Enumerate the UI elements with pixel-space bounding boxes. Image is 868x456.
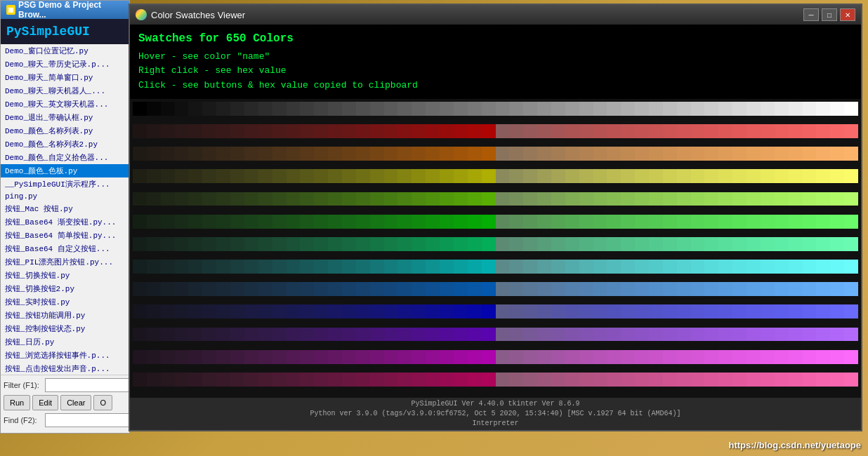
color-cell[interactable] [704,169,718,183]
color-cell[interactable] [565,350,579,364]
list-item[interactable]: __PySimpleGUI演示程序... [1,177,129,191]
color-cell[interactable] [732,260,747,274]
color-cell[interactable] [509,328,523,342]
color-cell[interactable] [468,169,482,183]
color-cell[interactable] [523,147,537,161]
color-cell[interactable] [258,282,272,296]
color-cell[interactable] [384,373,398,387]
color-cell[interactable] [161,102,175,116]
color-cell[interactable] [732,102,747,116]
color-cell[interactable] [691,373,705,387]
color-cell[interactable] [272,169,287,183]
color-cell[interactable] [789,328,803,342]
color-cell[interactable] [761,147,775,161]
color-cell[interactable] [412,260,426,274]
color-cell[interactable] [482,282,496,296]
color-cell[interactable] [732,237,747,251]
color-cell[interactable] [188,373,202,387]
color-cell[interactable] [384,124,398,138]
color-cell[interactable] [426,237,440,251]
color-cell[interactable] [844,328,858,342]
list-item[interactable]: 按钮_Base64 渐变按钮.py... [1,215,129,229]
color-cell[interactable] [551,282,565,296]
color-cell[interactable] [830,260,844,274]
color-cell[interactable] [202,373,216,387]
color-cell[interactable] [426,282,440,296]
color-cell[interactable] [287,373,301,387]
color-cell[interactable] [607,350,621,364]
color-cell[interactable] [175,350,189,364]
color-cell[interactable] [789,215,803,229]
other-button[interactable]: O [93,395,112,410]
color-cell[interactable] [732,328,747,342]
color-cell[interactable] [537,328,551,342]
color-cell[interactable] [175,192,189,206]
color-cell[interactable] [188,192,202,206]
color-cell[interactable] [133,102,147,116]
color-cell[interactable] [789,260,803,274]
color-cell[interactable] [161,304,175,318]
color-cell[interactable] [691,304,705,318]
color-cell[interactable] [397,282,412,296]
color-cell[interactable] [677,102,691,116]
color-cell[interactable] [314,169,328,183]
color-cell[interactable] [579,169,593,183]
color-cell[interactable] [133,328,147,342]
color-cell[interactable] [830,304,844,318]
color-cell[interactable] [579,260,593,274]
color-cell[interactable] [356,102,370,116]
color-cell[interactable] [454,147,468,161]
color-cell[interactable] [370,192,384,206]
color-cell[interactable] [509,147,523,161]
color-cell[interactable] [607,192,621,206]
color-cell[interactable] [816,237,830,251]
color-cell[interactable] [775,215,789,229]
color-cell[interactable] [816,192,830,206]
color-cell[interactable] [300,147,314,161]
color-cell[interactable] [272,192,287,206]
color-cell[interactable] [593,102,607,116]
color-cell[interactable] [747,102,761,116]
color-cell[interactable] [342,237,356,251]
color-cell[interactable] [161,373,175,387]
color-cell[interactable] [718,282,732,296]
color-cell[interactable] [844,124,858,138]
color-cell[interactable] [328,328,342,342]
color-cell[interactable] [342,215,356,229]
color-cell[interactable] [551,350,565,364]
color-cell[interactable] [718,102,732,116]
color-cell[interactable] [216,304,230,318]
color-cell[interactable] [537,124,551,138]
color-cell[interactable] [523,215,537,229]
color-cell[interactable] [216,328,230,342]
color-cell[interactable] [803,192,817,206]
color-cell[interactable] [537,260,551,274]
color-cell[interactable] [244,147,258,161]
color-cell[interactable] [314,124,328,138]
color-cell[interactable] [216,102,230,116]
color-cell[interactable] [747,350,761,364]
color-cell[interactable] [523,124,537,138]
color-cell[interactable] [175,237,189,251]
color-cell[interactable] [272,147,287,161]
color-cell[interactable] [844,215,858,229]
color-cell[interactable] [732,169,747,183]
color-cell[interactable] [397,147,412,161]
color-cell[interactable] [426,169,440,183]
color-cell[interactable] [440,350,454,364]
color-cell[interactable] [272,102,287,116]
color-cell[interactable] [188,124,202,138]
list-item[interactable]: ping.py [1,191,129,202]
color-cell[interactable] [440,373,454,387]
color-cell[interactable] [551,328,565,342]
color-cell[interactable] [468,260,482,274]
color-cell[interactable] [663,192,677,206]
color-cell[interactable] [607,215,621,229]
color-cell[interactable] [775,328,789,342]
color-cell[interactable] [691,102,705,116]
color-cell[interactable] [370,124,384,138]
color-cell[interactable] [230,102,244,116]
color-cell[interactable] [523,282,537,296]
color-cell[interactable] [663,373,677,387]
color-cell[interactable] [649,237,663,251]
